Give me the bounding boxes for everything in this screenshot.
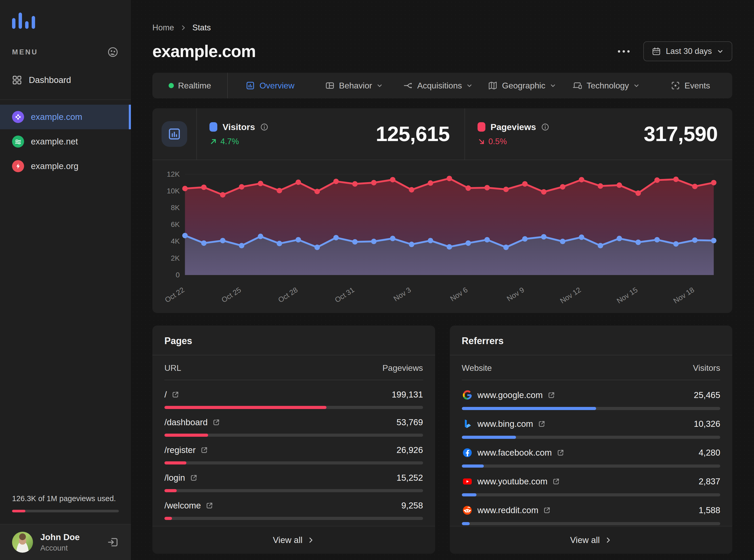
column-header-website: Website [462,363,492,373]
facebook-icon [462,447,473,458]
tab-label: Acquisitions [417,81,462,91]
row-progressbar [165,434,423,437]
tab-bar: RealtimeOverviewBehaviorAcquisitionsGeog… [152,73,732,98]
external-link-icon[interactable] [212,418,220,426]
row-progress-fill [462,436,516,439]
chevron-down-icon [717,47,724,55]
view-all-button[interactable]: View all [152,526,435,554]
row-value: 15,252 [397,473,423,483]
tab-label: Geographic [502,81,545,91]
scan-icon [671,81,680,91]
row-progressbar [165,406,423,409]
row-link[interactable]: /welcome [165,501,213,511]
sidebar: MENU Dashboard example.comexample.netexa… [0,0,131,560]
svg-text:Oct 25: Oct 25 [220,286,243,304]
info-icon[interactable] [541,123,549,131]
row-label: www.reddit.com [478,505,539,515]
user-panel[interactable]: John Doe Account [0,524,131,560]
row-link[interactable]: / [165,389,179,400]
site-list: example.comexample.netexample.org [0,105,131,178]
theme-icon[interactable] [107,46,119,58]
external-link-icon[interactable] [538,420,546,428]
stat-delta-value: 0.5% [488,137,507,146]
row-value: 10,326 [694,419,720,429]
svg-text:Oct 31: Oct 31 [333,286,356,304]
app-logo [0,0,131,30]
row-value: 25,465 [694,390,720,400]
info-icon[interactable] [260,123,268,131]
row-progress-fill [165,406,327,409]
external-link-icon[interactable] [557,449,564,457]
sidebar-item-dashboard[interactable]: Dashboard [0,72,131,88]
row-link[interactable]: /register [165,445,208,455]
external-link-icon[interactable] [200,446,208,454]
logout-icon[interactable] [107,536,119,548]
row-link[interactable]: www.bing.com [462,418,546,429]
row-label: /welcome [165,501,201,511]
line-chart: 02K4K6K8K10K12KOct 22Oct 25Oct 28Oct 31N… [160,167,723,312]
breadcrumb-current: Stats [192,23,211,33]
tab-events[interactable]: Events [648,73,732,98]
row-progressbar [462,493,720,496]
sidebar-divider [0,99,131,100]
date-range-button[interactable]: Last 30 days [643,41,732,61]
stats-row: Visitors4.7%125,615Pageviews0.5%317,590 [152,108,732,160]
usage-text: 126.3K of 1M pageviews used. [12,494,119,503]
row-label: /register [165,445,196,455]
avatar[interactable] [12,532,33,553]
row-progressbar [165,489,423,492]
row-progressbar [462,436,720,439]
more-options-button[interactable] [614,46,633,56]
view-all-button[interactable]: View all [450,526,733,554]
svg-text:Nov 15: Nov 15 [615,286,639,305]
row-link[interactable]: www.facebook.com [462,447,564,458]
table-row: www.bing.com10,326 [462,418,720,439]
tab-geographic[interactable]: Geographic [480,73,564,98]
chevron-right-icon [604,537,612,544]
row-link[interactable]: www.youtube.com [462,476,560,487]
sidebar-item-example.org[interactable]: example.org [0,154,131,178]
tab-acquisitions[interactable]: Acquisitions [396,73,480,98]
breadcrumb-home[interactable]: Home [152,23,174,33]
row-progress-fill [462,522,470,525]
table-row: www.reddit.com1,588 [462,505,720,525]
table-row: www.facebook.com4,280 [462,447,720,467]
external-link-icon[interactable] [547,391,555,399]
external-link-icon[interactable] [543,506,551,514]
reddit-icon [462,505,473,516]
external-link-icon[interactable] [206,502,213,509]
arrow-down-right-icon [478,138,485,145]
tab-behavior[interactable]: Behavior [312,73,396,98]
external-link-icon[interactable] [172,391,179,399]
pages-rows: /199,131/dashboard53,769/register26,926/… [152,380,435,526]
map-icon [488,81,498,91]
row-progressbar [462,407,720,410]
row-link[interactable]: www.reddit.com [462,505,551,516]
tab-technology[interactable]: Technology [564,73,648,98]
usage-progress-fill [12,510,25,513]
external-link-icon[interactable] [552,478,560,485]
row-label: www.google.com [478,390,543,400]
row-link[interactable]: /login [165,473,198,483]
chevron-right-icon [180,24,187,31]
row-value: 4,280 [698,448,720,458]
stat-label: Visitors [223,122,255,132]
svg-text:2K: 2K [171,254,180,262]
chart-icon [245,81,255,91]
row-value: 9,258 [401,501,423,511]
stat-delta-value: 4.7% [220,137,239,146]
external-link-icon[interactable] [190,474,198,482]
sidebar-item-example.net[interactable]: example.net [0,129,131,154]
row-link[interactable]: /dashboard [165,417,220,427]
table-row: www.google.com25,465 [462,389,720,410]
sidebar-item-example.com[interactable]: example.com [0,105,131,129]
row-progressbar [462,464,720,467]
tab-realtime[interactable]: Realtime [152,73,227,98]
row-link[interactable]: www.google.com [462,389,555,401]
tab-overview[interactable]: Overview [228,73,312,98]
row-progressbar [165,517,423,520]
row-label: /dashboard [165,417,208,427]
grid-icon [12,75,22,85]
pages-panel: Pages URL Pageviews /199,131/dashboard53… [152,325,435,554]
bar-chart-logo-icon [12,13,36,29]
